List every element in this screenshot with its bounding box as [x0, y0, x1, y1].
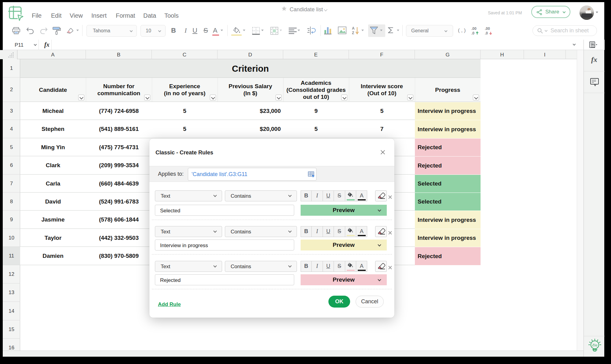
svg-text:Zia: Zia: [592, 343, 598, 347]
svg-text:.00: .00: [471, 27, 477, 31]
svg-text:A: A: [352, 26, 355, 31]
svg-text:.00: .00: [485, 27, 490, 31]
svg-text:.0: .0: [485, 31, 488, 35]
svg-text:.0: .0: [471, 31, 474, 35]
svg-text:Z: Z: [352, 31, 354, 35]
